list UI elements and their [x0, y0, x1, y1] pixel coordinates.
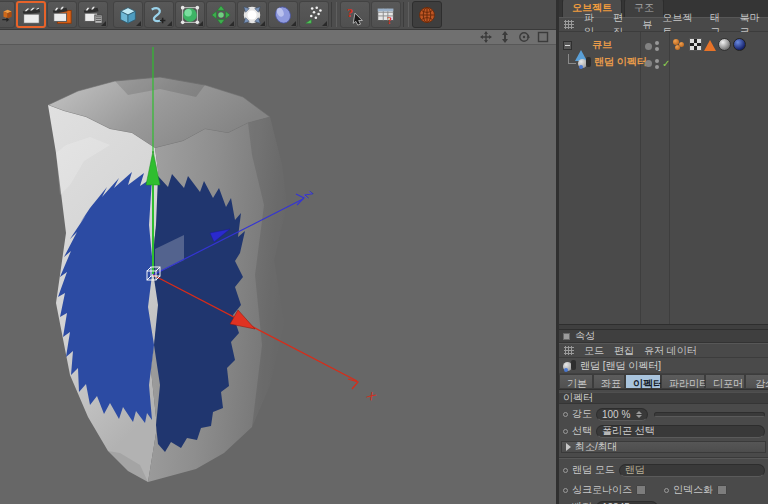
tab-parameter[interactable]: 파라미터 [661, 374, 705, 389]
right-pane: 오브젝트 구조 파일 편집 뷰 오브젝트 태그 북마크 큐브 [556, 0, 768, 504]
object-tree[interactable]: 큐브 랜덤 이펙터 [559, 32, 768, 324]
object-manager: 오브젝트 구조 파일 편집 뷰 오브젝트 태그 북마크 큐브 [559, 0, 768, 324]
tab-effector[interactable]: 이펙터 [625, 374, 661, 389]
main-toolbar: ? ? [0, 0, 556, 30]
seed-row: 배정 12345 [559, 500, 768, 504]
viewport-rotate-icon[interactable] [518, 31, 530, 43]
strength-value: 100 % [602, 409, 630, 420]
strength-row: 강도 100 % [559, 407, 768, 421]
z-axis-label: Z [302, 187, 315, 201]
key-bullet[interactable] [563, 488, 568, 493]
particles-button[interactable] [299, 1, 329, 28]
strength-slider[interactable] [654, 412, 765, 417]
svg-text:?: ? [387, 15, 392, 26]
layer-dot[interactable] [645, 43, 652, 50]
key-bullet[interactable] [563, 429, 568, 434]
indexed-checkbox[interactable] [717, 485, 727, 495]
visibility-toggles[interactable] [645, 41, 659, 51]
layer-dot[interactable] [645, 60, 652, 67]
attributes-title: 속성 [575, 329, 595, 343]
environment-button[interactable] [268, 1, 298, 28]
simulation-tag-icon[interactable] [672, 38, 687, 51]
selection-input[interactable]: 폴리곤 선택 [596, 425, 765, 438]
render-visibility-dot[interactable] [655, 65, 659, 69]
object-name[interactable]: 큐브 [592, 38, 612, 52]
visibility-toggles[interactable]: ✓ [645, 58, 670, 69]
selection-row: 선택 폴리곤 선택 [559, 424, 768, 438]
editor-visibility-dot[interactable] [655, 59, 659, 63]
spline-pen-icon [148, 4, 170, 26]
cube-icon [117, 4, 139, 26]
render-view-button[interactable] [16, 1, 46, 28]
enabled-checkmark[interactable]: ✓ [662, 58, 670, 69]
section-effector[interactable]: 이펙터 [559, 392, 768, 404]
random-mode-value: 랜덤 [625, 463, 645, 477]
polygon-object-icon [575, 39, 589, 52]
viewport-pan-icon[interactable] [480, 31, 492, 43]
viewport-menubar [0, 30, 556, 45]
menu-edit[interactable]: 편집 [614, 344, 634, 358]
attributes-tab-bar: 기본 좌표 이펙터 파라미터 디포머 감쇠 [559, 374, 768, 390]
render-picture-viewer-icon [51, 4, 73, 26]
deformer-button[interactable] [237, 1, 267, 28]
menu-user-data[interactable]: 유저 데이터 [644, 344, 697, 358]
make-editable-icon [0, 5, 14, 25]
editor-visibility-dot[interactable] [655, 41, 659, 45]
add-cube-button[interactable] [113, 1, 143, 28]
object-name[interactable]: 랜덤 이펙터 [594, 55, 647, 69]
attributes-titlebar: 속성 [559, 330, 768, 343]
random-mode-label: 랜덤 모드 [572, 463, 615, 477]
app-window: ? ? [0, 0, 768, 504]
viewport-maximize-icon[interactable] [537, 31, 549, 43]
tree-branch-line [568, 54, 576, 64]
random-mode-dropdown[interactable]: 랜덤 [619, 464, 765, 477]
chevron-right-icon [566, 443, 571, 451]
content-browser-button[interactable]: ? [371, 1, 401, 28]
seed-input[interactable]: 12345 [596, 501, 658, 504]
drag-handle-icon[interactable] [564, 346, 574, 355]
render-settings-icon [82, 4, 104, 26]
add-spline-button[interactable] [144, 1, 174, 28]
render-settings-button[interactable] [78, 1, 108, 28]
left-pane: ? ? [0, 0, 556, 504]
synchronize-checkbox[interactable] [636, 485, 646, 495]
globe-icon [417, 5, 437, 25]
column-divider[interactable] [669, 32, 670, 324]
display-tag-icon[interactable] [689, 38, 702, 51]
content-browser-icon: ? [375, 4, 397, 26]
menu-mode[interactable]: 모드 [584, 344, 604, 358]
tab-basic[interactable]: 기본 [559, 374, 593, 389]
tab-coord[interactable]: 좌표 [593, 374, 625, 389]
material-tag-icon[interactable] [733, 38, 746, 51]
stepper-icon[interactable] [631, 411, 642, 418]
render-visibility-dot[interactable] [655, 47, 659, 51]
collapse-expander[interactable] [563, 41, 572, 50]
phong-tag-icon[interactable] [718, 38, 731, 51]
minmax-group[interactable]: 최소/최대 [561, 441, 766, 453]
tab-falloff[interactable]: 감쇠 [745, 374, 768, 389]
menu-view[interactable]: 뷰 [642, 18, 652, 32]
svg-text:?: ? [347, 5, 353, 19]
strength-input[interactable]: 100 % [596, 408, 648, 421]
context-help-button[interactable]: ? [340, 1, 370, 28]
key-bullet[interactable] [664, 488, 669, 493]
random-mode-row: 랜덤 모드 랜덤 [559, 463, 768, 477]
key-bullet[interactable] [563, 412, 568, 417]
subdivision-surface-button[interactable] [175, 1, 205, 28]
key-bullet[interactable] [563, 468, 568, 473]
deformer-expand-icon [241, 4, 263, 26]
column-divider[interactable] [640, 32, 641, 324]
render-picture-viewer-button[interactable] [47, 1, 77, 28]
array-generator-button[interactable] [206, 1, 236, 28]
online-help-button[interactable] [412, 1, 442, 28]
make-editable-button[interactable] [0, 1, 15, 28]
polygon-selection-tag-icon[interactable] [704, 40, 716, 51]
viewport-zoom-icon[interactable] [499, 31, 511, 43]
tab-deformer[interactable]: 디포머 [705, 374, 745, 389]
drag-handle-icon[interactable] [564, 20, 574, 29]
viewport-canvas[interactable]: Z X [0, 45, 556, 504]
random-effector-icon [578, 56, 591, 69]
attribute-manager: 속성 모드 편집 유저 데이터 랜덤 [랜덤 이펙터] 기본 좌표 이펙터 파라… [559, 330, 768, 504]
viewport-3d[interactable]: Z X [0, 45, 556, 504]
selection-label: 선택 [572, 424, 592, 438]
